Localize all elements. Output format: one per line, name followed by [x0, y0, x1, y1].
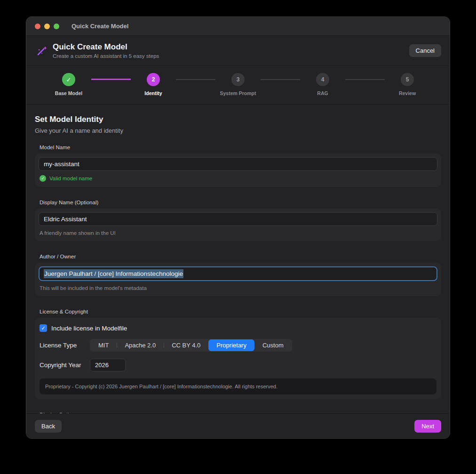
license-preview-text: Proprietary - Copyright (c) 2026 Juergen… — [40, 378, 436, 394]
license-option-custom[interactable]: Custom — [254, 339, 292, 351]
dialog-footer: Back Next — [26, 413, 450, 438]
copyright-year-row: Copyright Year — [40, 359, 436, 371]
stepper-connector — [176, 79, 215, 80]
validation-row: ✓ Valid model name — [40, 175, 436, 182]
include-license-label: Include license in Modelfile — [51, 325, 127, 332]
titlebar: Quick Create Model — [26, 17, 450, 36]
step-number: 2 — [147, 73, 160, 86]
stepper-connector — [345, 79, 385, 80]
stepper-step-system-prompt[interactable]: 3System Prompt — [196, 73, 280, 104]
step-number: 5 — [401, 73, 414, 86]
zoom-window-button[interactable] — [54, 24, 59, 29]
display-name-label: Display Name (Optional) — [40, 200, 441, 205]
author-selected-text: Juergen Paulhart / [core] Informationste… — [44, 269, 183, 278]
close-window-button[interactable] — [35, 24, 40, 29]
author-card: Juergen Paulhart / [core] Informationste… — [35, 263, 441, 296]
step-label: Review — [399, 90, 416, 96]
stepper-step-base-model[interactable]: ✓Base Model — [26, 73, 111, 104]
license-option-cc-by-4-0[interactable]: CC BY 4.0 — [164, 339, 208, 351]
back-button[interactable]: Back — [35, 420, 62, 433]
author-input[interactable]: Juergen Paulhart / [core] Informationste… — [39, 266, 437, 281]
stepper-connector — [91, 79, 131, 80]
page-title: Quick Create Model — [53, 42, 159, 52]
license-section-label: License & Copyright — [40, 309, 441, 314]
wizard-stepper: ✓Base Model2Identity3System Prompt4RAG5R… — [26, 66, 450, 104]
copyright-year-label: Copyright Year — [40, 362, 90, 369]
copyright-year-input[interactable] — [90, 359, 126, 371]
step-label: Identity — [144, 90, 162, 96]
stepper-step-review[interactable]: 5Review — [365, 73, 450, 104]
step-label: System Prompt — [220, 90, 256, 96]
include-license-row[interactable]: ✓ Include license in Modelfile — [40, 324, 436, 332]
license-option-mit[interactable]: MIT — [90, 339, 117, 351]
form-body: Set Model Identity Give your AI a name a… — [26, 104, 450, 413]
display-name-input[interactable] — [39, 212, 437, 226]
form-title: Set Model Identity — [35, 115, 441, 124]
include-license-checkbox[interactable]: ✓ — [40, 324, 47, 332]
author-label: Author / Owner — [40, 254, 441, 259]
stepper-connector — [261, 79, 300, 80]
step-number: 3 — [231, 73, 245, 86]
stepper-step-identity[interactable]: 2Identity — [111, 73, 196, 104]
stepper-step-rag[interactable]: 4RAG — [280, 73, 365, 104]
minimize-window-button[interactable] — [44, 24, 50, 29]
license-option-proprietary[interactable]: Proprietary — [208, 339, 254, 351]
window-title: Quick Create Model — [71, 23, 128, 30]
quick-create-model-window: Quick Create Model Quick Create Model Cr… — [26, 16, 450, 439]
license-type-row: License Type MITApache 2.0CC BY 4.0Propr… — [40, 339, 436, 352]
traffic-lights — [35, 24, 59, 29]
license-option-apache-2-0[interactable]: Apache 2.0 — [117, 339, 164, 351]
step-check-icon: ✓ — [62, 73, 75, 86]
model-name-label: Model Name — [40, 145, 441, 150]
model-name-input[interactable] — [39, 157, 437, 171]
step-label: Base Model — [55, 90, 82, 96]
step-number: 4 — [316, 73, 329, 86]
license-type-segmented-control: MITApache 2.0CC BY 4.0ProprietaryCustom — [90, 339, 292, 352]
page-subtitle: Create a custom AI assistant in 5 easy s… — [53, 53, 159, 59]
display-name-helper: A friendly name shown in the UI — [40, 230, 436, 236]
license-type-label: License Type — [40, 342, 90, 349]
dialog-header: Quick Create Model Create a custom AI as… — [26, 36, 450, 66]
step-label: RAG — [317, 90, 328, 96]
display-name-card: A friendly name shown in the UI — [35, 209, 441, 241]
header-text: Quick Create Model Create a custom AI as… — [53, 42, 159, 59]
license-card: ✓ Include license in Modelfile License T… — [35, 318, 441, 399]
next-button[interactable]: Next — [414, 420, 441, 433]
check-circle-icon: ✓ — [40, 175, 46, 182]
cancel-button[interactable]: Cancel — [409, 44, 441, 57]
magic-wand-icon — [35, 44, 49, 58]
model-name-card: ✓ Valid model name — [35, 153, 441, 187]
form-subtitle: Give your AI a name and identity — [35, 127, 441, 134]
author-helper: This will be included in the model's met… — [40, 285, 436, 291]
validation-message: Valid model name — [49, 176, 92, 181]
